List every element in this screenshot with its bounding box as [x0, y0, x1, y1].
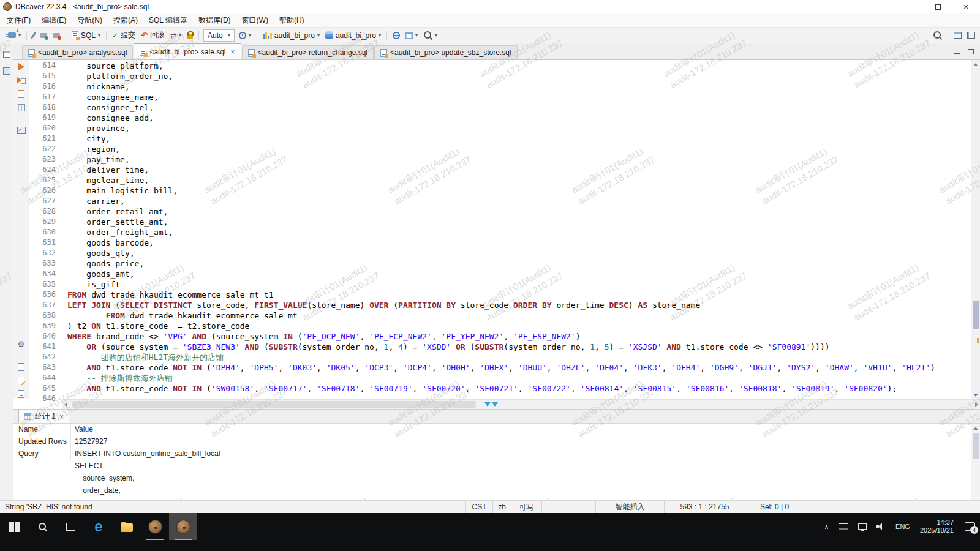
execute-new-tab-icon[interactable]: [17, 77, 26, 84]
menu-item[interactable]: 搜索(A): [108, 13, 143, 27]
editor-horizontal-scrollbar[interactable]: [62, 399, 980, 409]
dbeaver-taskbar-button-2[interactable]: [169, 513, 197, 540]
editor-column: <audit_bi_pro> analysis.sql<audit_bi_pro…: [13, 43, 980, 500]
language-button[interactable]: ENG: [891, 513, 915, 540]
code-token: 'DCP4': [403, 363, 432, 372]
log-doc-icon[interactable]: [18, 390, 24, 398]
network-button[interactable]: [853, 513, 872, 540]
editor-vertical-scrollbar[interactable]: [971, 60, 980, 399]
sql-editor-icon: [72, 31, 78, 39]
open-perspective-button[interactable]: [951, 29, 964, 42]
stats-scroll-up-icon[interactable]: [971, 424, 980, 432]
code-token: 'DK05': [326, 363, 355, 372]
code-token: 'SF00720': [422, 384, 465, 393]
code-token: 'XSDD': [422, 342, 451, 351]
horizontal-scroll-thumb[interactable]: [72, 401, 476, 408]
sql-editor-button[interactable]: SQL▾: [69, 29, 103, 42]
execute-sql-icon[interactable]: [18, 63, 24, 70]
timer-clock-icon: [239, 32, 246, 39]
code-token: IN: [283, 332, 293, 341]
code-token: deliver_time,: [67, 165, 149, 174]
code-token: region,: [67, 144, 120, 154]
editor-tab[interactable]: <audit_bi_pro> return_change.sql: [242, 45, 374, 59]
line-number: 633: [29, 258, 56, 269]
task-view-button[interactable]: [56, 513, 85, 540]
menu-item[interactable]: 帮助(H): [274, 13, 310, 27]
vertical-scroll-thumb[interactable]: [973, 301, 979, 329]
transaction-mode-button[interactable]: ⇄▾: [168, 29, 184, 42]
settings-gear-icon[interactable]: [17, 340, 25, 349]
edit-doc-icon[interactable]: [18, 377, 24, 384]
dbeaver-logo-icon: [3, 2, 12, 11]
refresh-timer-button[interactable]: ▾: [236, 29, 254, 42]
database-selector[interactable]: audit_bi_pro▾: [260, 29, 322, 42]
sql-file-icon: [380, 49, 387, 57]
code-area[interactable]: source_platform, platform_order_no, nick…: [62, 60, 971, 399]
editor-tab[interactable]: <audit_bi_pro> analysis.sql: [22, 45, 133, 59]
export-button[interactable]: ▾: [403, 29, 420, 42]
maximize-button[interactable]: [924, 0, 952, 13]
taskbar-search-button[interactable]: [28, 513, 56, 540]
code-token: 'DGJ1': [748, 363, 777, 372]
start-button[interactable]: [0, 513, 28, 540]
menu-item[interactable]: 导航(N): [72, 13, 108, 27]
code-line: AND t1.store_code NOT IN ('SW00158', 'SF…: [67, 383, 971, 394]
scroll-up-arrow-icon[interactable]: [971, 60, 980, 69]
output-doc-icon[interactable]: [18, 363, 24, 371]
stats-scroll-thumb[interactable]: [973, 433, 979, 459]
menu-item[interactable]: 数据库(D): [193, 13, 236, 27]
code-token: OR: [456, 342, 466, 351]
editor-tab[interactable]: <audit_bi_pro> update_sbz_store.sql: [374, 45, 517, 59]
explain-plan-icon[interactable]: [18, 104, 25, 111]
lock-button[interactable]: [184, 29, 195, 42]
file-explorer-button[interactable]: [113, 513, 141, 540]
line-number-gutter[interactable]: 6146156166176186196206216226236246256266…: [29, 60, 62, 399]
taskbar-clock[interactable]: 14:37 2025/10/21: [915, 513, 960, 540]
connect-icon: [31, 32, 36, 39]
execute-script-icon[interactable]: [18, 90, 24, 98]
action-center-button[interactable]: 4: [960, 513, 980, 540]
line-number: 621: [29, 133, 56, 144]
reconnect-button[interactable]: [37, 29, 50, 42]
touch-keyboard-button[interactable]: [834, 513, 853, 540]
menu-item[interactable]: 窗口(W): [236, 13, 274, 27]
scroll-down-arrow-icon[interactable]: [971, 391, 980, 399]
code-token: ,: [834, 384, 844, 393]
close-statistics-tab-icon[interactable]: ×: [59, 413, 64, 421]
minimize-panel-icon[interactable]: [954, 53, 960, 54]
web-button[interactable]: [390, 29, 402, 42]
minimize-button[interactable]: [895, 0, 924, 13]
stats-scrollbar[interactable]: [971, 424, 980, 500]
search-dropdown-button[interactable]: ▾: [421, 29, 440, 42]
restore-view-icon[interactable]: [3, 51, 10, 58]
new-connection-button[interactable]: ▾: [2, 29, 23, 42]
editor-tab[interactable]: <audit_bi_pro> sale.sql×: [134, 43, 241, 59]
schema-selector[interactable]: audit_bi_pro▾: [323, 29, 383, 42]
auto-refresh-combo[interactable]: Auto▾: [203, 29, 235, 42]
menu-item[interactable]: 编辑(E): [36, 13, 72, 27]
commit-button[interactable]: ✓提交: [110, 29, 138, 42]
close-button[interactable]: ×: [952, 0, 980, 13]
stats-row[interactable]: QueryINSERT INTO custom_online_sale_bill…: [13, 448, 971, 497]
maximize-panel-icon[interactable]: [968, 49, 974, 54]
code-token: AND: [86, 384, 100, 393]
dbeaver-taskbar-button-1[interactable]: [141, 513, 169, 540]
tab-close-icon[interactable]: ×: [231, 48, 235, 56]
volume-button[interactable]: [872, 513, 891, 540]
tray-expand-button[interactable]: ∧: [820, 513, 834, 540]
minimized-db-navigator-icon[interactable]: [3, 67, 10, 75]
stats-row[interactable]: Updated Rows12527927: [13, 435, 971, 448]
scroll-right-arrow-icon[interactable]: [975, 402, 978, 407]
scroll-left-arrow-icon[interactable]: [64, 402, 67, 407]
edge-button[interactable]: e: [85, 513, 113, 540]
rollback-button[interactable]: ↶回滚: [138, 29, 167, 42]
menu-item[interactable]: 文件(F): [1, 13, 36, 27]
disconnect-button[interactable]: [50, 29, 62, 42]
quick-search-button[interactable]: [930, 29, 944, 42]
sql-terminal-icon[interactable]: [17, 127, 26, 134]
window-layout-button[interactable]: [965, 29, 978, 42]
tab-statistics[interactable]: 统计 1 ×: [18, 410, 69, 423]
line-number: 616: [29, 81, 56, 92]
connect-button[interactable]: [30, 29, 37, 42]
menu-item[interactable]: SQL 编辑器: [143, 13, 193, 27]
